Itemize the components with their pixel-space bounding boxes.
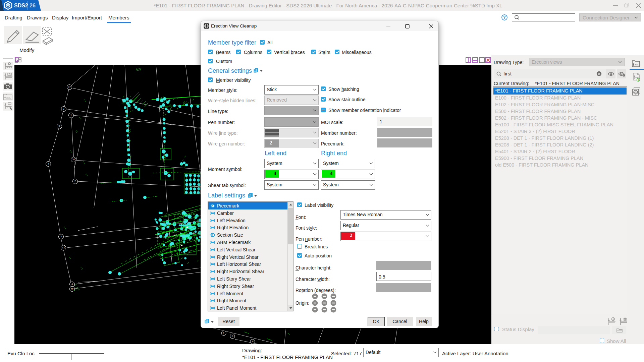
- svg-text:16: 16: [72, 158, 75, 161]
- svg-text:17: 17: [68, 86, 71, 88]
- svg-text:2: 2: [74, 180, 76, 182]
- svg-text:?: ?: [503, 15, 505, 20]
- svg-text:4: 4: [71, 283, 73, 285]
- svg-text:1: 1: [70, 114, 72, 116]
- svg-text:H: H: [252, 340, 254, 343]
- svg-text:2: 2: [63, 108, 64, 110]
- svg-text:F: F: [223, 332, 224, 334]
- svg-text:RP: RP: [71, 288, 73, 290]
- svg-text:4: 4: [48, 163, 49, 165]
- svg-text:1.2: 1.2: [62, 247, 65, 249]
- svg-text:G: G: [231, 335, 233, 337]
- svg-text:i: i: [638, 79, 639, 81]
- svg-text:3': 3': [59, 125, 60, 127]
- svg-text:3: 3: [60, 235, 62, 238]
